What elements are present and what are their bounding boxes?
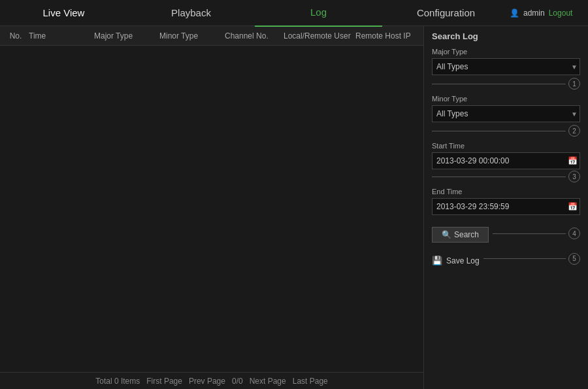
logout-button[interactable]: Logout <box>549 8 573 18</box>
nav-playback[interactable]: Playback <box>127 0 255 26</box>
total-items: Total 0 Items <box>95 377 140 386</box>
user-icon: 👤 <box>510 8 519 18</box>
major-type-select[interactable]: All Types Alarm Exception Operation Info… <box>432 58 580 75</box>
header: Live View Playback Log Configuration 👤 a… <box>0 0 588 26</box>
search-sidebar: Search Log Major Type All Types Alarm Ex… <box>423 26 588 389</box>
last-page-button[interactable]: Last Page <box>293 377 328 386</box>
callout-circle-4: 4 <box>568 228 580 239</box>
save-log-row: 💾 Save Log 5 <box>432 250 580 267</box>
save-log-label: Save Log <box>446 256 480 265</box>
sidebar-title: Search Log <box>432 31 580 41</box>
callout-line-1 <box>432 84 566 84</box>
callout-2: 2 <box>432 125 580 137</box>
search-button-label: Search <box>454 230 479 239</box>
page-info: 0/0 <box>232 377 243 386</box>
user-label: admin <box>523 8 545 18</box>
save-log-callout-line <box>483 258 566 259</box>
callout-line-2 <box>432 131 566 131</box>
col-header-user: Local/Remote User <box>284 31 355 41</box>
search-callout-line <box>493 233 566 234</box>
end-time-label: End Time <box>432 188 580 195</box>
callout-circle-5: 5 <box>568 253 580 265</box>
callout-circle-3: 3 <box>568 171 580 182</box>
search-row: 🔍 Search 4 <box>432 222 580 245</box>
pagination-bar: Total 0 Items First Page Prev Page 0/0 N… <box>0 372 423 389</box>
search-button[interactable]: 🔍 Search <box>432 227 489 243</box>
start-time-calendar-icon[interactable]: 📅 <box>568 156 578 165</box>
table-body <box>0 46 423 372</box>
col-header-minor: Minor Type <box>159 31 225 41</box>
save-log-button[interactable]: 💾 Save Log <box>432 254 480 267</box>
minor-type-select[interactable]: All Types <box>432 105 580 122</box>
callout-1: 1 <box>432 78 580 90</box>
col-header-ip: Remote Host IP <box>355 31 421 41</box>
callout-circle-2: 2 <box>568 125 580 137</box>
major-type-section: Major Type All Types Alarm Exception Ope… <box>432 48 580 90</box>
start-time-input[interactable] <box>432 152 580 169</box>
nav-live-view[interactable]: Live View <box>0 0 127 26</box>
minor-type-section: Minor Type All Types ▼ 2 <box>432 95 580 137</box>
callout-circle-1: 1 <box>568 78 580 90</box>
end-time-calendar-icon[interactable]: 📅 <box>568 202 578 211</box>
start-time-label: Start Time <box>432 142 580 150</box>
next-page-button[interactable]: Next Page <box>250 377 286 386</box>
save-log-icon: 💾 <box>432 256 442 265</box>
end-time-wrapper: 📅 <box>432 198 580 215</box>
end-time-input[interactable] <box>432 198 580 215</box>
end-time-section: End Time 📅 <box>432 188 580 215</box>
major-type-label: Major Type <box>432 48 580 56</box>
major-type-select-wrapper: All Types Alarm Exception Operation Info… <box>432 58 580 75</box>
col-header-channel: Channel No. <box>225 31 284 41</box>
col-header-major: Major Type <box>94 31 159 41</box>
main-layout: No. Time Major Type Minor Type Channel N… <box>0 26 588 389</box>
col-header-time: Time <box>29 31 94 41</box>
callout-3: 3 <box>432 171 580 182</box>
header-right: 👤 admin Logout <box>510 8 588 18</box>
search-icon: 🔍 <box>442 230 451 239</box>
nav-configuration[interactable]: Configuration <box>382 0 510 26</box>
prev-page-button[interactable]: Prev Page <box>189 377 225 386</box>
nav-log[interactable]: Log <box>255 0 382 27</box>
start-time-wrapper: 📅 <box>432 152 580 169</box>
first-page-button[interactable]: First Page <box>146 377 182 386</box>
minor-type-select-wrapper: All Types ▼ <box>432 105 580 122</box>
log-table-area: No. Time Major Type Minor Type Channel N… <box>0 26 423 389</box>
col-header-no: No. <box>3 31 29 41</box>
minor-type-label: Minor Type <box>432 95 580 103</box>
table-header: No. Time Major Type Minor Type Channel N… <box>0 26 423 46</box>
callout-line-3 <box>432 177 566 177</box>
start-time-section: Start Time 📅 3 <box>432 142 580 182</box>
